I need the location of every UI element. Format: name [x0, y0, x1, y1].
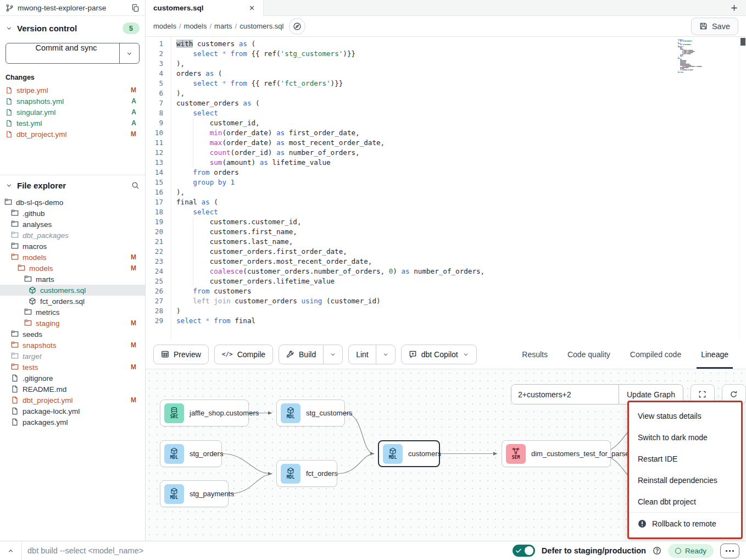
lint-button[interactable]: Lint [348, 345, 396, 364]
lineage-node-fct-orders[interactable]: MDLfct_orders [276, 460, 337, 487]
folder-icon [11, 209, 19, 217]
lineage-search-input[interactable] [511, 385, 619, 404]
status-badge[interactable]: Ready [668, 544, 714, 558]
change-item[interactable]: dbt_project.ymlM [5, 129, 140, 140]
code-content[interactable]: with customers as ( select * from {{ ref… [171, 37, 746, 340]
breadcrumb-separator: / [209, 22, 211, 30]
lineage-node-stg-payments[interactable]: MDLstg_payments [160, 480, 229, 507]
tab-compiled-code[interactable]: Compiled code [620, 340, 691, 369]
indent-guide [193, 237, 193, 247]
breadcrumb-segment[interactable]: models [153, 22, 176, 30]
help-icon[interactable] [653, 546, 661, 555]
defer-toggle[interactable] [513, 545, 535, 557]
tree-item-packages-yml[interactable]: packages.yml [0, 417, 145, 428]
menu-item-rollback-to-remote[interactable]: Rollback to remote [629, 512, 741, 534]
menu-item-reinstall-dependencies[interactable]: Reinstall dependencies [629, 469, 741, 491]
tree-item--github[interactable]: .github [0, 208, 145, 219]
tab-customers-sql[interactable]: customers.sql [146, 0, 264, 16]
expand-console-button[interactable] [0, 541, 22, 560]
change-item[interactable]: stripe.ymlM [5, 85, 140, 96]
tree-item-staging[interactable]: stagingM [0, 318, 145, 329]
line-number: 1 [146, 39, 171, 49]
status-dot-icon [675, 548, 681, 554]
folder-icon [24, 275, 32, 283]
tree-item-models[interactable]: modelsM [0, 263, 145, 274]
tree-item-analyses[interactable]: analyses [0, 219, 145, 230]
editor-scrollbar[interactable] [739, 37, 746, 340]
compass-icon[interactable] [289, 18, 305, 35]
line-number: 29 [146, 316, 171, 326]
change-item[interactable]: snapshots.ymlA [5, 96, 140, 107]
search-icon[interactable] [131, 181, 140, 190]
tree-item-dbt-packages[interactable]: dbt_packages [0, 230, 145, 241]
model-cube-icon: MDL [281, 403, 300, 423]
commit-and-sync-button[interactable]: Commit and sync [5, 43, 140, 64]
code-line: coalesce(customer_orders.number_of_order… [171, 267, 746, 276]
lint-dropdown[interactable] [376, 345, 395, 364]
tree-item-marts[interactable]: marts [0, 274, 145, 285]
breadcrumb-separator: / [179, 22, 181, 30]
breadcrumb-segment[interactable]: models [184, 22, 207, 30]
more-options-button[interactable] [720, 544, 739, 558]
lineage-node-jaffle-shop-customers[interactable]: SRCjaffle_shop.customers [160, 400, 249, 426]
save-button[interactable]: Save [691, 18, 738, 35]
tree-item-label: dbt_packages [23, 231, 69, 240]
tree-item-models[interactable]: modelsM [0, 252, 145, 263]
lineage-node-stg-orders[interactable]: MDLstg_orders [160, 440, 222, 467]
menu-item-restart-ide[interactable]: Restart IDE [629, 448, 741, 470]
model-cube-icon [29, 297, 36, 305]
editor-minimap[interactable] [677, 38, 734, 82]
lineage-node-customers[interactable]: MDLcustomers [378, 440, 440, 467]
lineage-node-dim-customers-test-for-parse[interactable]: SEMdim_customers_test_for_parse [502, 440, 611, 467]
tab-lineage[interactable]: Lineage [691, 340, 738, 369]
folder-icon [11, 330, 19, 338]
command-input[interactable] [22, 541, 513, 560]
branch-header: mwong-test-explorer-parse [0, 0, 145, 16]
save-label: Save [712, 22, 730, 31]
code-line: with customers as ( [171, 39, 746, 49]
tab-results[interactable]: Results [512, 340, 558, 369]
breadcrumb-segment[interactable]: customers.sql [240, 22, 283, 30]
commit-options-dropdown[interactable] [119, 43, 139, 63]
commit-and-sync-label: Commit and sync [6, 43, 119, 63]
tree-item-fct-orders-sql[interactable]: fct_orders.sql [0, 296, 145, 307]
file-explorer-section: File explorer db-sl-qs-demo.githubanalys… [0, 175, 145, 541]
tree-item-tests[interactable]: testsM [0, 362, 145, 373]
close-tab-icon[interactable] [248, 4, 255, 12]
menu-item-clean-dbt-project[interactable]: Clean dbt project [629, 491, 741, 512]
menu-item-switch-to-dark-mode[interactable]: Switch to dark mode [629, 427, 741, 448]
copy-branch-icon[interactable] [131, 4, 140, 12]
change-file-name: dbt_project.yml [16, 130, 127, 138]
compile-button[interactable]: </>Compile [214, 345, 273, 364]
tree-item-metrics[interactable]: metrics [0, 307, 145, 318]
scrollbar-thumb[interactable] [741, 38, 745, 46]
menu-item-view-status-details[interactable]: View status details [629, 406, 741, 427]
change-item[interactable]: test.ymlA [5, 118, 140, 129]
tree-item--gitignore[interactable]: .gitignore [0, 373, 145, 384]
tree-item-seeds[interactable]: seeds [0, 329, 145, 340]
tree-item-package-lock-yml[interactable]: package-lock.yml [0, 406, 145, 417]
folder-icon [24, 308, 32, 316]
tree-item-db-sl-qs-demo[interactable]: db-sl-qs-demo [0, 197, 145, 208]
tree-item-target[interactable]: target [0, 351, 145, 362]
lineage-node-stg-customers[interactable]: MDLstg_customers [276, 400, 345, 426]
file-icon [11, 418, 19, 426]
new-tab-button[interactable] [722, 0, 746, 15]
line-number: 3 [146, 59, 171, 69]
tree-item-readme-md[interactable]: README.md [0, 384, 145, 395]
lineage-canvas[interactable]: SRCjaffle_shop.customersMDLstg_customers… [146, 369, 746, 541]
build-dropdown[interactable] [323, 345, 342, 364]
chevron-down-icon[interactable] [5, 25, 13, 32]
tree-item-customers-sql[interactable]: customers.sql [0, 285, 145, 296]
code-editor[interactable]: 1234567891011121314151617181920212223242… [146, 37, 746, 340]
chevron-down-icon[interactable] [5, 182, 13, 189]
preview-button[interactable]: Preview [153, 345, 209, 364]
tree-item-snapshots[interactable]: snapshotsM [0, 340, 145, 351]
breadcrumb-segment[interactable]: marts [214, 22, 232, 30]
tree-item-macros[interactable]: macros [0, 241, 145, 252]
dbt-copilot-button[interactable]: dbt Copilot [401, 345, 477, 364]
change-item[interactable]: singular.ymlA [5, 107, 140, 118]
tree-item-dbt-project-yml[interactable]: dbt_project.ymlM [0, 395, 145, 406]
build-button[interactable]: Build [279, 345, 343, 364]
tab-code-quality[interactable]: Code quality [558, 340, 620, 369]
